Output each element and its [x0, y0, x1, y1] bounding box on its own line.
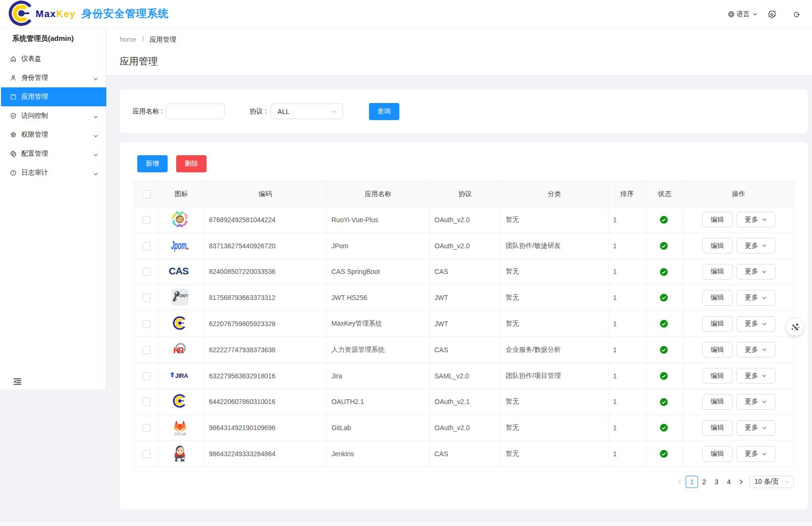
svg-text:JWT: JWT [179, 293, 189, 298]
svg-text:GitLab: GitLab [174, 431, 187, 435]
svg-text:CAS: CAS [169, 265, 189, 276]
svg-text:JIRA: JIRA [175, 372, 188, 379]
svg-text:Jpom: Jpom [171, 239, 187, 252]
svg-text:HR: HR [173, 346, 184, 355]
